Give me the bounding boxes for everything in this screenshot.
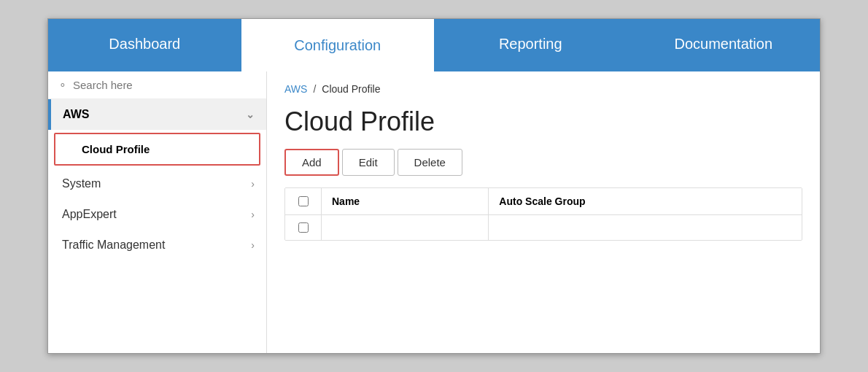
table-row-check-1 (285, 215, 322, 240)
sidebar-item-aws[interactable]: AWS ⌄ (48, 99, 266, 130)
nav-configuration[interactable]: Configuration (241, 19, 435, 71)
nav-documentation[interactable]: Documentation (627, 19, 821, 71)
action-buttons: Add Edit Delete (284, 149, 802, 176)
nav-dashboard[interactable]: Dashboard (48, 19, 241, 71)
chevron-down-icon: ⌄ (246, 109, 255, 120)
row-checkbox-1[interactable] (298, 222, 309, 233)
table-row-asg-1 (489, 215, 802, 240)
page-title: Cloud Profile (284, 106, 802, 137)
breadcrumb-link-aws[interactable]: AWS (284, 83, 307, 95)
table-header-check (285, 188, 322, 214)
top-nav: Dashboard Configuration Reporting Docume… (48, 19, 820, 71)
search-input[interactable] (73, 79, 256, 91)
sidebar-item-system[interactable]: System › (48, 168, 266, 199)
sidebar-appexpert-label: AppExpert (62, 208, 117, 221)
sidebar-item-appexpert[interactable]: AppExpert › (48, 199, 266, 230)
chevron-right-icon: › (251, 178, 255, 190)
sidebar-traffic-management-label: Traffic Management (62, 239, 165, 252)
search-icon: ⚬ (58, 80, 67, 91)
select-all-checkbox[interactable] (298, 196, 309, 206)
breadcrumb-current: Cloud Profile (322, 83, 380, 95)
data-table: Name Auto Scale Group (284, 187, 802, 241)
app-container: Dashboard Configuration Reporting Docume… (47, 18, 821, 354)
delete-button[interactable]: Delete (398, 149, 462, 176)
search-bar: ⚬ (48, 71, 266, 99)
main-area: ⚬ AWS ⌄ Cloud Profile System › AppExpert… (48, 71, 820, 353)
sidebar: ⚬ AWS ⌄ Cloud Profile System › AppExpert… (48, 71, 267, 353)
table-header: Name Auto Scale Group (285, 188, 802, 215)
content-area: AWS / Cloud Profile Cloud Profile Add Ed… (267, 71, 820, 353)
edit-button[interactable]: Edit (342, 149, 395, 176)
sidebar-aws-label: AWS (63, 108, 89, 121)
chevron-right-icon: › (251, 239, 255, 251)
sidebar-item-cloud-profile[interactable]: Cloud Profile (54, 133, 260, 166)
breadcrumb: AWS / Cloud Profile (284, 83, 802, 95)
breadcrumb-separator: / (313, 83, 316, 95)
nav-reporting[interactable]: Reporting (434, 19, 627, 71)
add-button[interactable]: Add (284, 149, 339, 176)
sidebar-item-traffic-management[interactable]: Traffic Management › (48, 230, 266, 260)
table-header-name: Name (322, 188, 489, 214)
table-row (285, 215, 802, 240)
table-header-asg: Auto Scale Group (489, 188, 802, 214)
chevron-right-icon: › (251, 209, 255, 220)
sidebar-cloud-profile-label: Cloud Profile (82, 143, 150, 155)
sidebar-system-label: System (62, 177, 101, 190)
table-row-name-1 (322, 215, 489, 240)
